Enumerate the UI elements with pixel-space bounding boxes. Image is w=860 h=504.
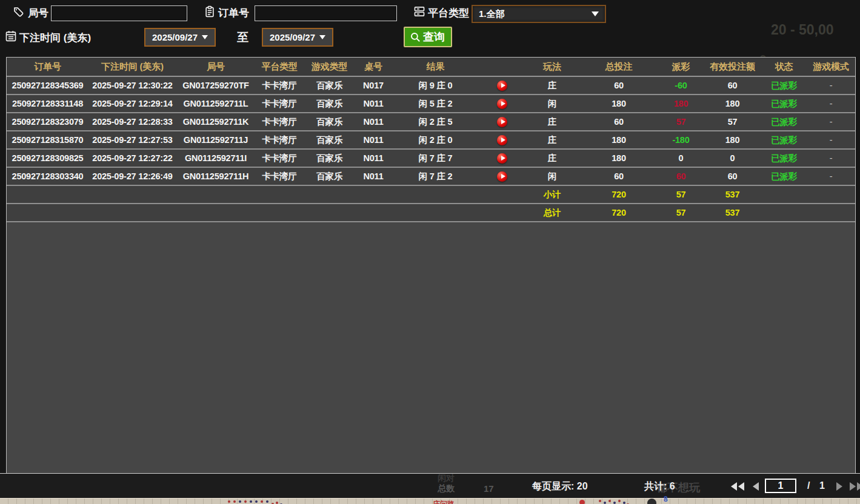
bleed-stat-2: 总数: [438, 483, 455, 494]
cell-play-method: 庄: [525, 77, 579, 94]
table-row: 250927128303340 2025-09-27 12:26:49 GN01…: [7, 168, 855, 186]
play-icon[interactable]: [497, 135, 507, 145]
cell-status: 已派彩: [761, 113, 807, 130]
date-from-select[interactable]: 2025/09/27: [144, 28, 216, 47]
tag-icon: [12, 6, 24, 18]
date-to-value: 2025/09/27: [270, 32, 315, 42]
date-to-label: 至: [237, 30, 248, 45]
page-separator: /: [807, 480, 810, 491]
bleed-roadmap-dot: [618, 500, 621, 502]
cell-valid-bet: 180: [704, 95, 761, 112]
col-play-method: 玩法: [525, 58, 579, 76]
next-page-icon[interactable]: [836, 482, 842, 491]
cell-round-no: GN0112592711J: [176, 131, 255, 148]
record-count-value: 6: [670, 481, 675, 491]
col-round-no: 局号: [176, 58, 255, 76]
bleed-stat-1: 闲对: [438, 473, 455, 484]
cell-play-method: 庄: [525, 113, 579, 130]
cell-payout: -180: [658, 131, 704, 148]
clipboard-icon: [204, 5, 216, 18]
cell-order-no: 250927128345369: [7, 77, 88, 94]
col-status: 状态: [761, 58, 807, 76]
play-icon[interactable]: [497, 99, 507, 109]
last-page-icon[interactable]: [850, 482, 860, 491]
search-button-label: 查询: [423, 30, 445, 44]
cell-order-no: 250927128303340: [7, 168, 88, 185]
round-no-input[interactable]: [51, 5, 187, 21]
bleed-roadmap-dot: [255, 500, 258, 503]
cell-order-no: 250927128309825: [7, 150, 88, 167]
col-game-type: 游戏类型: [304, 58, 355, 76]
play-icon[interactable]: [497, 117, 507, 127]
cell-status: 已派彩: [761, 131, 807, 148]
first-page-icon[interactable]: [731, 482, 744, 491]
cell-table-no: N011: [355, 150, 392, 167]
col-valid-bet: 有效投注额: [704, 58, 761, 76]
subtotal-total-bet: 720: [579, 186, 658, 203]
cell-game-mode: -: [807, 150, 855, 167]
cell-payout: 0: [658, 150, 704, 167]
cell-game-mode: -: [807, 131, 855, 148]
order-no-input[interactable]: [255, 5, 397, 21]
current-page-input[interactable]: [765, 479, 796, 493]
cell-play-method: 庄: [525, 150, 579, 167]
col-table-no: 桌号: [355, 58, 392, 76]
cell-result: 闲 7 庄 7: [392, 150, 479, 167]
col-replay: [479, 58, 525, 76]
date-to-select[interactable]: 2025/09/27: [262, 28, 333, 47]
bleed-road-label: 庄问路: [433, 499, 455, 504]
table-header: 订单号 下注时间 (美东) 局号 平台类型 游戏类型 桌号 结果 玩法 总投注 …: [7, 58, 855, 77]
table-row: 250927128309825 2025-09-27 12:27:22 GN01…: [7, 150, 855, 168]
total-label: 总计: [525, 204, 579, 221]
bet-records-table: 订单号 下注时间 (美东) 局号 平台类型 游戏类型 桌号 结果 玩法 总投注 …: [6, 57, 856, 474]
platform-type-select[interactable]: 1.全部: [472, 5, 606, 23]
caret-down-icon: [592, 12, 599, 16]
pagination-bar: 闲对 总数 17 都不想玩 每页显示: 20 共计: 6 / 1: [0, 473, 860, 498]
cell-round-no: GN0112592711I: [176, 150, 255, 167]
order-no-label: 订单号: [218, 6, 249, 20]
cell-replay: [479, 168, 525, 185]
bleed-roadmap-dot: [599, 500, 601, 502]
total-pages: 1: [819, 480, 825, 491]
cell-result: 闲 7 庄 2: [392, 168, 479, 185]
cell-game-type: 百家乐: [304, 131, 355, 148]
play-icon[interactable]: [497, 153, 507, 164]
col-total-bet: 总投注: [579, 58, 658, 76]
bleed-roadmap-dot: [613, 502, 616, 504]
table-body: 250927128345369 2025-09-27 12:30:22 GN01…: [7, 77, 855, 186]
cell-platform: 卡卡湾厅: [255, 113, 304, 130]
cell-replay: [479, 77, 525, 94]
cell-game-type: 百家乐: [304, 150, 355, 167]
cell-status: 已派彩: [761, 168, 807, 185]
col-game-mode: 游戏模式: [807, 58, 855, 76]
cell-payout: -60: [658, 77, 704, 94]
play-icon[interactable]: [497, 171, 507, 182]
col-platform: 平台类型: [255, 58, 304, 76]
cell-result: 闲 5 庄 2: [392, 95, 479, 112]
table-row: 250927128323079 2025-09-27 12:28:33 GN01…: [7, 113, 855, 131]
platform-type-value: 1.全部: [479, 8, 592, 20]
cell-game-type: 百家乐: [304, 77, 355, 94]
bleed-roadmap-dot: [261, 500, 263, 503]
col-payout: 派彩: [658, 58, 704, 76]
cell-valid-bet: 180: [704, 131, 761, 148]
cell-payout: 60: [658, 168, 704, 185]
cell-round-no: GN017259270TF: [176, 77, 255, 94]
cell-platform: 卡卡湾厅: [255, 77, 304, 94]
cell-result: 闲 2 庄 0: [392, 131, 479, 148]
cell-bet-time: 2025-09-27 12:27:53: [88, 131, 176, 148]
cell-table-no: N017: [355, 77, 392, 94]
cell-table-no: N011: [355, 95, 392, 112]
bet-time-label: 下注时间 (美东): [19, 31, 91, 45]
table-row: 250927128315870 2025-09-27 12:27:53 GN01…: [7, 131, 855, 150]
col-bet-time: 下注时间 (美东): [88, 58, 176, 76]
play-icon[interactable]: [497, 81, 507, 91]
prev-page-icon[interactable]: [753, 482, 759, 491]
bleed-roadmap-dot: [276, 502, 278, 504]
search-button[interactable]: 查询: [404, 27, 452, 47]
cell-table-no: N011: [355, 131, 392, 148]
calendar-icon: [5, 30, 17, 42]
record-count-label: 共计: 6: [644, 480, 675, 493]
bleed-red-marker: [579, 500, 585, 504]
magnifier-icon: [410, 31, 421, 43]
